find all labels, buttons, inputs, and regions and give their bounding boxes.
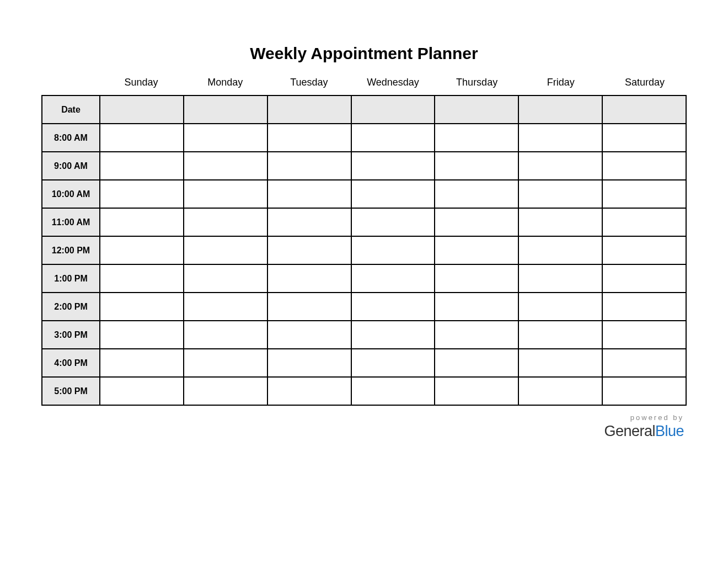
planner-cell[interactable] — [100, 152, 184, 180]
planner-cell[interactable] — [602, 236, 686, 264]
planner-cell[interactable] — [602, 377, 686, 405]
planner-cell[interactable] — [267, 236, 351, 264]
planner-cell[interactable] — [435, 95, 518, 124]
day-header-monday: Monday — [183, 77, 267, 88]
planner-cell[interactable] — [518, 208, 602, 236]
planner-cell[interactable] — [435, 124, 518, 152]
row-label: 11:00 AM — [42, 208, 100, 236]
planner-cell[interactable] — [267, 124, 351, 152]
row-label: 3:00 PM — [42, 321, 100, 349]
row-label: 12:00 PM — [42, 236, 100, 264]
planner-cell[interactable] — [518, 321, 602, 349]
planner-cell[interactable] — [184, 95, 267, 124]
planner-cell[interactable] — [100, 208, 184, 236]
planner-cell[interactable] — [100, 349, 184, 377]
planner-cell[interactable] — [518, 236, 602, 264]
planner-cell[interactable] — [351, 349, 435, 377]
planner-container: Sunday Monday Tuesday Wednesday Thursday… — [41, 77, 687, 406]
planner-cell[interactable] — [435, 264, 518, 293]
day-header-thursday: Thursday — [435, 77, 519, 88]
planner-cell[interactable] — [602, 264, 686, 293]
planner-cell[interactable] — [184, 180, 267, 208]
planner-cell[interactable] — [184, 321, 267, 349]
planner-cell[interactable] — [435, 293, 518, 321]
planner-cell[interactable] — [184, 377, 267, 405]
planner-cell[interactable] — [518, 95, 602, 124]
planner-cell[interactable] — [100, 95, 184, 124]
day-header-wednesday: Wednesday — [351, 77, 435, 88]
planner-cell[interactable] — [184, 349, 267, 377]
planner-cell[interactable] — [602, 152, 686, 180]
planner-cell[interactable] — [100, 236, 184, 264]
planner-cell[interactable] — [351, 321, 435, 349]
planner-cell[interactable] — [435, 236, 518, 264]
planner-cell[interactable] — [435, 321, 518, 349]
planner-cell[interactable] — [435, 377, 518, 405]
planner-cell[interactable] — [351, 377, 435, 405]
planner-cell[interactable] — [602, 293, 686, 321]
planner-cell[interactable] — [518, 180, 602, 208]
planner-cell[interactable] — [602, 180, 686, 208]
planner-cell[interactable] — [602, 124, 686, 152]
planner-cell[interactable] — [518, 293, 602, 321]
table-row: 8:00 AM — [42, 124, 686, 152]
planner-cell[interactable] — [100, 264, 184, 293]
planner-cell[interactable] — [518, 349, 602, 377]
table-row: 1:00 PM — [42, 264, 686, 293]
planner-cell[interactable] — [435, 349, 518, 377]
planner-cell[interactable] — [184, 236, 267, 264]
row-label: 8:00 AM — [42, 124, 100, 152]
planner-cell[interactable] — [267, 377, 351, 405]
planner-cell[interactable] — [184, 152, 267, 180]
planner-cell[interactable] — [351, 208, 435, 236]
planner-cell[interactable] — [351, 236, 435, 264]
planner-cell[interactable] — [100, 180, 184, 208]
planner-cell[interactable] — [351, 180, 435, 208]
planner-cell[interactable] — [435, 180, 518, 208]
day-header-friday: Friday — [519, 77, 603, 88]
table-row: 10:00 AM — [42, 180, 686, 208]
planner-cell[interactable] — [351, 152, 435, 180]
planner-cell[interactable] — [267, 293, 351, 321]
planner-cell[interactable] — [267, 152, 351, 180]
planner-cell[interactable] — [267, 264, 351, 293]
brand-blue: Blue — [655, 423, 684, 439]
planner-cell[interactable] — [602, 95, 686, 124]
planner-cell[interactable] — [351, 264, 435, 293]
planner-cell[interactable] — [100, 293, 184, 321]
planner-cell[interactable] — [184, 124, 267, 152]
planner-cell[interactable] — [351, 293, 435, 321]
table-row: 2:00 PM — [42, 293, 686, 321]
planner-cell[interactable] — [184, 208, 267, 236]
planner-cell[interactable] — [100, 124, 184, 152]
planner-cell[interactable] — [100, 321, 184, 349]
planner-cell[interactable] — [267, 349, 351, 377]
table-row: 12:00 PM — [42, 236, 686, 264]
planner-cell[interactable] — [267, 95, 351, 124]
planner-cell[interactable] — [518, 264, 602, 293]
planner-cell[interactable] — [184, 264, 267, 293]
planner-cell[interactable] — [435, 208, 518, 236]
planner-cell[interactable] — [267, 321, 351, 349]
planner-cell[interactable] — [518, 377, 602, 405]
planner-cell[interactable] — [267, 180, 351, 208]
planner-cell[interactable] — [435, 152, 518, 180]
row-label: 10:00 AM — [42, 180, 100, 208]
planner-cell[interactable] — [351, 95, 435, 124]
planner-cell[interactable] — [518, 124, 602, 152]
planner-cell[interactable] — [184, 293, 267, 321]
planner-cell[interactable] — [518, 152, 602, 180]
table-row: 4:00 PM — [42, 349, 686, 377]
day-header-tuesday: Tuesday — [267, 77, 351, 88]
planner-cell[interactable] — [602, 321, 686, 349]
day-header-saturday: Saturday — [603, 77, 687, 88]
planner-cell[interactable] — [602, 349, 686, 377]
row-label: Date — [42, 95, 100, 124]
table-row: 5:00 PM — [42, 377, 686, 405]
planner-cell[interactable] — [267, 208, 351, 236]
planner-cell[interactable] — [602, 208, 686, 236]
planner-cell[interactable] — [351, 124, 435, 152]
table-row: 9:00 AM — [42, 152, 686, 180]
brand-general: General — [604, 423, 655, 439]
planner-cell[interactable] — [100, 377, 184, 405]
